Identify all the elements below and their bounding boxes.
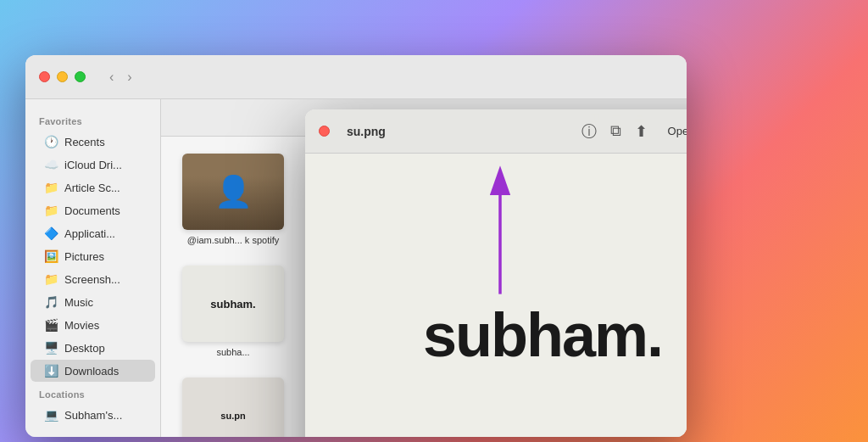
left-file-item-person[interactable]: 👤 @iam.subh... k spotify [168, 147, 298, 252]
sidebar-item-pictures[interactable]: 🖼️ Pictures [31, 245, 155, 267]
sidebar-item-movies[interactable]: 🎬 Movies [31, 314, 155, 336]
ql-close-button[interactable] [319, 126, 330, 137]
sidebar-item-documents[interactable]: 📁 Documents [31, 199, 155, 221]
sidebar: Favorites 🕐 Recents ☁️ iCloud Dri... 📁 A… [25, 99, 161, 437]
finder-window: ‹ › Favorites 🕐 Recents ☁️ iCloud Dri...… [25, 55, 687, 437]
locations-section-title: Locations [25, 383, 160, 403]
quicklook-overlay: su.png ⓘ ⧉ ⬆ Open with Preview [305, 109, 687, 437]
pictures-icon: 🖼️ [44, 249, 58, 263]
desktop-icon: 🖥️ [44, 341, 58, 355]
subham-logo-text: subham. [423, 300, 662, 370]
open-with-preview-button[interactable]: Open with Preview [661, 121, 687, 141]
sidebar-item-desktop-label: Desktop [64, 342, 105, 355]
close-button[interactable] [39, 71, 50, 82]
sidebar-item-desktop[interactable]: 🖥️ Desktop [31, 337, 155, 359]
sidebar-item-applications-label: Applicati... [64, 227, 115, 240]
su-thumbnail: su.pn [182, 378, 284, 437]
quicklook-content: subham. [305, 154, 687, 437]
documents-icon: 📁 [44, 204, 58, 217]
logo-file-name: subha... [216, 347, 249, 357]
icloud-icon: ☁️ [44, 158, 58, 171]
sidebar-item-music[interactable]: 🎵 Music [31, 291, 155, 313]
sidebar-item-recents-label: Recents [64, 136, 105, 148]
ql-share-icon[interactable]: ⬆ [635, 122, 648, 141]
main-content: ⊞ ▤ ⏏ 🔍 👤 @iam.subh... k spotify subham. [161, 99, 687, 437]
back-button[interactable]: ‹ [106, 68, 117, 87]
forward-button[interactable]: › [124, 68, 135, 87]
quicklook-titlebar: su.png ⓘ ⧉ ⬆ Open with Preview [305, 109, 687, 154]
sidebar-item-article[interactable]: 📁 Article Sc... [31, 176, 155, 199]
sidebar-item-documents-label: Documents [64, 204, 120, 217]
sidebar-item-icloud-label: iCloud Dri... [64, 159, 122, 171]
ql-info-icon[interactable]: ⓘ [581, 121, 597, 142]
downloads-icon: ⬇️ [44, 364, 58, 378]
minimize-button[interactable] [57, 71, 68, 82]
finder-nav: ‹ › [106, 68, 136, 87]
sidebar-item-subhams[interactable]: 💻 Subham's... [31, 404, 155, 426]
sidebar-item-movies-label: Movies [64, 319, 99, 332]
sidebar-item-recents[interactable]: 🕐 Recents [31, 131, 155, 153]
left-file-item-logo[interactable]: subham. subha... [168, 259, 298, 364]
screenshots-icon: 📁 [44, 272, 58, 286]
sidebar-item-downloads-label: Downloads [64, 365, 119, 378]
left-file-item-su[interactable]: su.pn su.pn [168, 371, 298, 437]
person-emoji: 👤 [214, 174, 253, 210]
sidebar-item-applications[interactable]: 🔷 Applicati... [31, 222, 155, 244]
left-files-panel: 👤 @iam.subh... k spotify subham. subha..… [161, 137, 305, 437]
sidebar-item-pictures-label: Pictures [64, 250, 104, 263]
maximize-button[interactable] [75, 71, 86, 82]
computer-icon: 💻 [44, 408, 58, 422]
quicklook-filename: su.png [347, 125, 571, 138]
traffic-lights [39, 71, 86, 82]
su-thumb-text: su.pn [220, 411, 245, 421]
ql-traffic-lights [319, 126, 330, 137]
logo-thumbnail: subham. [182, 266, 284, 342]
movies-icon: 🎬 [44, 318, 58, 332]
arrow-annotation [441, 162, 559, 315]
person-file-name: @iam.subh... k spotify [187, 235, 279, 245]
sidebar-item-downloads[interactable]: ⬇️ Downloads [31, 360, 155, 382]
recents-icon: 🕐 [44, 135, 58, 148]
sidebar-item-icloud[interactable]: ☁️ iCloud Dri... [31, 154, 155, 176]
finder-titlebar: ‹ › [25, 55, 687, 99]
music-icon: 🎵 [44, 295, 58, 309]
sidebar-item-music-label: Music [64, 296, 93, 309]
person-thumbnail: 👤 [182, 154, 284, 230]
ql-copy-icon[interactable]: ⧉ [610, 122, 621, 140]
sidebar-item-article-label: Article Sc... [64, 182, 120, 194]
applications-icon: 🔷 [44, 227, 58, 240]
sidebar-item-subhams-label: Subham's... [64, 409, 122, 422]
logo-text-small: subham. [210, 298, 255, 311]
ql-toolbar: ⓘ ⧉ ⬆ Open with Preview [581, 121, 687, 142]
finder-body: Favorites 🕐 Recents ☁️ iCloud Dri... 📁 A… [25, 99, 687, 437]
sidebar-item-screenshots[interactable]: 📁 Screensh... [31, 268, 155, 290]
sidebar-item-screenshots-label: Screensh... [64, 273, 120, 286]
favorites-section-title: Favorites [25, 109, 160, 130]
article-icon: 📁 [44, 181, 58, 194]
